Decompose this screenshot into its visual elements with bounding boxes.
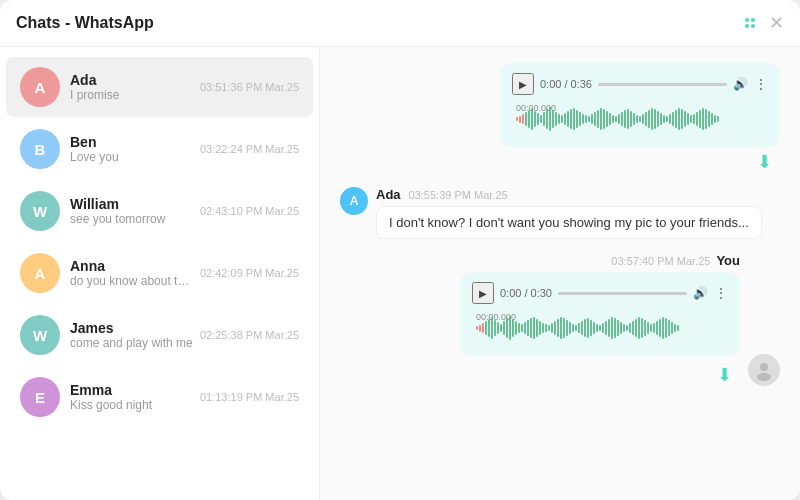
more-icon-out[interactable]: ⋮ <box>714 285 728 301</box>
voice-bubble-incoming: ▶ 0:00 / 0:36 🔊 ⋮ 00:00.000 <box>500 63 780 147</box>
waveform-bar <box>558 114 560 124</box>
message-timestamp: 03:55:39 PM Mar.25 <box>409 189 508 201</box>
waveform-bar <box>564 113 566 125</box>
waveform-bar <box>630 111 632 127</box>
waveform-bar <box>587 318 589 338</box>
chat-item-william[interactable]: W William see you tomorrow 02:43:10 PM M… <box>6 181 313 241</box>
waveform-bar <box>551 323 553 333</box>
svg-point-3 <box>751 24 755 28</box>
waveform-bar <box>627 109 629 129</box>
more-icon[interactable]: ⋮ <box>754 76 768 92</box>
waveform-bar <box>534 111 536 127</box>
waveform-bar <box>696 112 698 126</box>
waveform-bar <box>582 114 584 124</box>
waveform-bar <box>542 323 544 333</box>
waveform-bar <box>570 109 572 129</box>
waveform-bar <box>620 322 622 334</box>
progress-bar[interactable] <box>598 83 727 86</box>
outgoing-header: 03:57:40 PM Mar.25 You <box>611 253 740 268</box>
waveform-bar <box>651 108 653 130</box>
waveform-bar <box>536 319 538 337</box>
chat-item-ada[interactable]: A Ada I promise 03:51:36 PM Mar.25 <box>6 57 313 117</box>
chat-item-james[interactable]: W James come and play with me 02:25:38 P… <box>6 305 313 365</box>
main-content: A Ada I promise 03:51:36 PM Mar.25 B Ben… <box>0 47 800 500</box>
close-button[interactable]: ✕ <box>769 12 784 34</box>
waveform-bar <box>666 116 668 122</box>
chat-list: A Ada I promise 03:51:36 PM Mar.25 B Ben… <box>0 47 320 500</box>
download-icon[interactable]: ⬇ <box>757 151 772 173</box>
title-bar: Chats - WhatsApp ✕ <box>0 0 800 47</box>
waveform: 00:00.000 <box>512 101 768 137</box>
waveform-bar <box>717 116 719 122</box>
waveform-bar <box>705 109 707 129</box>
waveform-bar <box>638 317 640 339</box>
chat-name-anna: Anna <box>70 258 194 274</box>
play-button-out[interactable]: ▶ <box>472 282 494 304</box>
download-icon-out[interactable]: ⬇ <box>717 364 732 386</box>
chat-item-anna[interactable]: A Anna do you know about that 02:42:09 P… <box>6 243 313 303</box>
waveform-bar <box>629 323 631 333</box>
waveform-bar <box>540 115 542 123</box>
chat-name-ben: Ben <box>70 134 194 150</box>
chat-time-james: 02:25:38 PM Mar.25 <box>200 329 299 341</box>
volume-icon[interactable]: 🔊 <box>733 77 748 91</box>
waveform-bar <box>677 325 679 331</box>
waveform-bar <box>659 319 661 337</box>
waveform-bar <box>503 321 505 335</box>
play-button[interactable]: ▶ <box>512 73 534 95</box>
waveform-bar <box>639 116 641 122</box>
waveform-bar <box>663 115 665 123</box>
chat-panel: ▶ 0:00 / 0:36 🔊 ⋮ 00:00.000 <box>320 47 800 500</box>
waveform-bar <box>603 109 605 129</box>
chat-preview-william: see you tomorrow <box>70 212 194 226</box>
waveform-bar <box>662 317 664 339</box>
progress-bar-out[interactable] <box>558 292 687 295</box>
waveform-bar <box>548 325 550 331</box>
waveform-bar <box>608 319 610 337</box>
waveform-bar <box>591 114 593 124</box>
waveform-bar <box>674 324 676 332</box>
waveform-bar <box>479 325 481 332</box>
waveform-bar <box>588 116 590 122</box>
waveform-bar <box>641 318 643 338</box>
waveform-bar <box>525 112 527 126</box>
chat-item-ben[interactable]: B Ben Love you 03:22:24 PM Mar.25 <box>6 119 313 179</box>
chat-info-ben: Ben Love you <box>70 134 194 164</box>
waveform-bar <box>497 322 499 334</box>
waveform-bar <box>621 112 623 126</box>
waveform-bar <box>545 324 547 332</box>
message-content: Ada 03:55:39 PM Mar.25 I don't know? I d… <box>376 187 762 239</box>
waveform-bar <box>681 109 683 129</box>
time-display: 0:00 / 0:36 <box>540 78 592 90</box>
grid-icon-button[interactable] <box>741 14 759 32</box>
waveform-bar <box>653 323 655 333</box>
waveform-bar <box>636 115 638 123</box>
waveform-bar <box>557 319 559 337</box>
waveform-bar <box>602 323 604 333</box>
waveform-bar <box>560 317 562 339</box>
waveform-bar <box>693 114 695 124</box>
avatar-james: W <box>20 315 60 355</box>
avatar-anna: A <box>20 253 60 293</box>
waveform-bar <box>675 110 677 128</box>
chat-preview-ada: I promise <box>70 88 194 102</box>
waveform-bar <box>669 114 671 124</box>
waveform-bar <box>500 324 502 332</box>
user-avatar <box>748 354 780 386</box>
waveform-bar <box>537 113 539 125</box>
waveform-bar <box>708 111 710 127</box>
volume-icon-out[interactable]: 🔊 <box>693 286 708 300</box>
messages-area: ▶ 0:00 / 0:36 🔊 ⋮ 00:00.000 <box>320 47 800 500</box>
waveform-bar <box>509 316 511 340</box>
waveform-bar <box>626 325 628 331</box>
chat-item-emma[interactable]: E Emma Kiss good night 01:13:19 PM Mar.2… <box>6 367 313 427</box>
chat-info-ada: Ada I promise <box>70 72 194 102</box>
voice-message-outgoing: 03:57:40 PM Mar.25 You ▶ 0:00 / 0:30 🔊 <box>340 253 780 386</box>
waveform-bar <box>702 108 704 130</box>
ada-avatar: A <box>340 187 368 215</box>
waveform-bar <box>578 323 580 333</box>
waveform-bar <box>528 110 530 128</box>
waveform-bar <box>648 110 650 128</box>
chat-preview-emma: Kiss good night <box>70 398 194 412</box>
avatar-emma: E <box>20 377 60 417</box>
